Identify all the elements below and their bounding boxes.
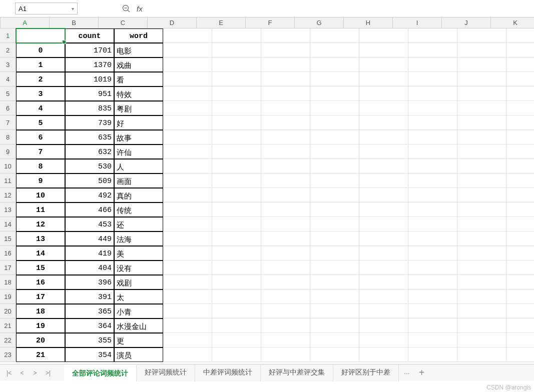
cell-f2[interactable]	[261, 43, 310, 58]
cell-i13[interactable]	[408, 202, 457, 217]
cell-h14[interactable]	[359, 217, 408, 232]
cell-c15[interactable]: 法海	[114, 232, 163, 246]
cell-j22[interactable]	[457, 333, 506, 348]
sheet-tab[interactable]: 好评与中差评交集	[261, 364, 333, 382]
cell-a22[interactable]: 20	[16, 333, 65, 348]
cell-b1[interactable]: count	[65, 28, 114, 43]
cell-c21[interactable]: 水漫金山	[114, 318, 163, 333]
cell-f21[interactable]	[261, 318, 310, 333]
column-header-k[interactable]: K	[491, 18, 534, 28]
cell-k14[interactable]	[506, 217, 534, 232]
cell-e12[interactable]	[212, 188, 261, 202]
cell-b18[interactable]: 396	[65, 275, 114, 290]
cell-k2[interactable]	[506, 43, 534, 58]
cell-k16[interactable]	[506, 246, 534, 260]
cell-a10[interactable]: 8	[16, 159, 65, 174]
cell-d6[interactable]	[163, 101, 212, 116]
cell-e23[interactable]	[212, 348, 261, 362]
cell-f10[interactable]	[261, 159, 310, 174]
cell-h15[interactable]	[359, 232, 408, 246]
cell-g7[interactable]	[310, 116, 359, 130]
cell-h21[interactable]	[359, 318, 408, 333]
cell-f15[interactable]	[261, 232, 310, 246]
cell-b23[interactable]: 354	[65, 348, 114, 362]
cell-h3[interactable]	[359, 58, 408, 72]
cell-k11[interactable]	[506, 174, 534, 188]
cell-k13[interactable]	[506, 202, 534, 217]
cell-g3[interactable]	[310, 58, 359, 72]
sheet-tabs-more-icon[interactable]: ···	[399, 366, 415, 380]
cell-g5[interactable]	[310, 86, 359, 101]
cell-e10[interactable]	[212, 159, 261, 174]
cell-j14[interactable]	[457, 217, 506, 232]
cell-a3[interactable]: 1	[16, 58, 65, 72]
row-header[interactable]: 22	[0, 333, 16, 348]
row-header[interactable]: 5	[0, 86, 16, 101]
cell-f20[interactable]	[261, 304, 310, 318]
cell-k8[interactable]	[506, 130, 534, 144]
cell-c3[interactable]: 戏曲	[114, 58, 163, 72]
row-header[interactable]: 7	[0, 116, 16, 130]
nav-prev-icon[interactable]: <	[16, 367, 28, 379]
row-header[interactable]: 6	[0, 101, 16, 116]
cell-b6[interactable]: 835	[65, 101, 114, 116]
cell-j7[interactable]	[457, 116, 506, 130]
cell-h2[interactable]	[359, 43, 408, 58]
cell-k15[interactable]	[506, 232, 534, 246]
cell-k18[interactable]	[506, 275, 534, 290]
cell-b21[interactable]: 364	[65, 318, 114, 333]
cell-i9[interactable]	[408, 144, 457, 159]
zoom-out-icon[interactable]	[122, 4, 131, 13]
cell-k1[interactable]	[506, 28, 534, 43]
cell-f3[interactable]	[261, 58, 310, 72]
cell-h4[interactable]	[359, 72, 408, 86]
cell-f11[interactable]	[261, 174, 310, 188]
row-header[interactable]: 21	[0, 318, 16, 333]
cell-k6[interactable]	[506, 101, 534, 116]
cell-h5[interactable]	[359, 86, 408, 101]
cell-j6[interactable]	[457, 101, 506, 116]
cell-h7[interactable]	[359, 116, 408, 130]
cell-f19[interactable]	[261, 290, 310, 304]
cell-k4[interactable]	[506, 72, 534, 86]
cell-b5[interactable]: 951	[65, 86, 114, 101]
cell-c11[interactable]: 画面	[114, 174, 163, 188]
cell-d17[interactable]	[163, 260, 212, 275]
cell-c2[interactable]: 电影	[114, 43, 163, 58]
cell-j12[interactable]	[457, 188, 506, 202]
row-header[interactable]: 13	[0, 202, 16, 217]
cell-b15[interactable]: 449	[65, 232, 114, 246]
row-header[interactable]: 19	[0, 290, 16, 304]
cell-e8[interactable]	[212, 130, 261, 144]
cell-h11[interactable]	[359, 174, 408, 188]
row-header[interactable]: 11	[0, 174, 16, 188]
cell-j5[interactable]	[457, 86, 506, 101]
cell-b9[interactable]: 632	[65, 144, 114, 159]
nav-last-icon[interactable]: >|	[42, 367, 54, 379]
cell-h22[interactable]	[359, 333, 408, 348]
cell-h10[interactable]	[359, 159, 408, 174]
cell-d10[interactable]	[163, 159, 212, 174]
cell-i11[interactable]	[408, 174, 457, 188]
cell-i20[interactable]	[408, 304, 457, 318]
cell-e20[interactable]	[212, 304, 261, 318]
cell-d15[interactable]	[163, 232, 212, 246]
cell-a13[interactable]: 11	[16, 202, 65, 217]
cell-g23[interactable]	[310, 348, 359, 362]
cell-d21[interactable]	[163, 318, 212, 333]
column-header-h[interactable]: H	[344, 18, 393, 28]
cell-h12[interactable]	[359, 188, 408, 202]
cell-e11[interactable]	[212, 174, 261, 188]
cell-h6[interactable]	[359, 101, 408, 116]
cell-a14[interactable]: 12	[16, 217, 65, 232]
cell-i5[interactable]	[408, 86, 457, 101]
cell-i2[interactable]	[408, 43, 457, 58]
cell-g14[interactable]	[310, 217, 359, 232]
row-header[interactable]: 17	[0, 260, 16, 275]
cell-d3[interactable]	[163, 58, 212, 72]
cell-g20[interactable]	[310, 304, 359, 318]
cell-a6[interactable]: 4	[16, 101, 65, 116]
cell-d9[interactable]	[163, 144, 212, 159]
cell-i12[interactable]	[408, 188, 457, 202]
cell-i1[interactable]	[408, 28, 457, 43]
